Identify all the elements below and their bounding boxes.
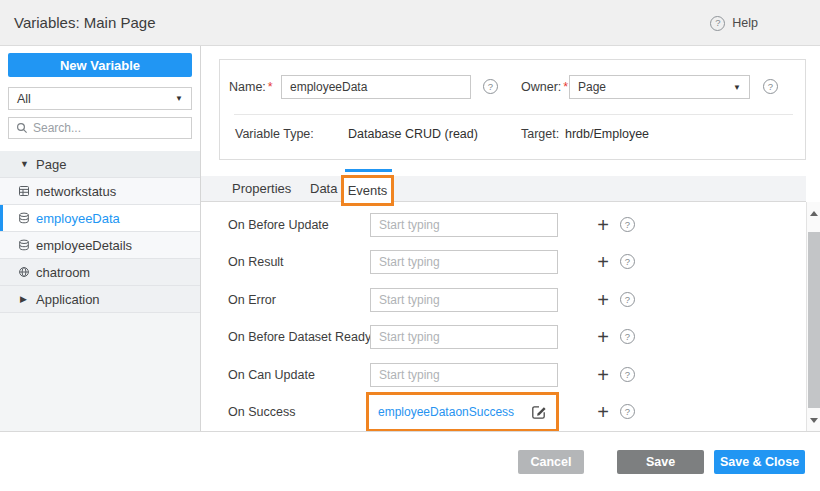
event-label: On Can Update <box>228 363 378 387</box>
on-before-dataset-ready-input[interactable] <box>370 325 558 349</box>
owner-select[interactable]: Page ▼ <box>569 75 750 99</box>
help-label: Help <box>732 16 758 30</box>
tree-item-networkstatus[interactable]: networkstatus <box>0 178 200 205</box>
on-result-input[interactable] <box>370 250 558 274</box>
owner-selected-value: Page <box>578 80 733 94</box>
caret-right-icon: ▶ <box>20 294 27 304</box>
target-label: Target: <box>521 122 559 146</box>
on-success-handler-link[interactable]: employeeDataonSuccess <box>378 405 530 419</box>
owner-label: Owner:* <box>521 75 568 99</box>
event-help-icon[interactable]: ? <box>620 329 635 344</box>
page-title: Variables: Main Page <box>14 0 155 46</box>
tree-item-employeedata[interactable]: employeeData <box>0 205 200 232</box>
help-button[interactable]: ? Help <box>710 15 758 31</box>
scroll-up-arrow[interactable] <box>807 206 820 220</box>
event-help-icon[interactable]: ? <box>620 292 635 307</box>
database-icon <box>18 212 30 224</box>
variables-sidebar: New Variable All ▼ ▼ Page networkstatus <box>0 46 201 431</box>
name-label: Name:* <box>229 75 273 99</box>
caret-down-icon: ▼ <box>20 159 29 169</box>
add-icon[interactable]: + <box>594 400 612 424</box>
variable-type-value: Database CRUD (read) <box>348 122 478 146</box>
required-marker: * <box>563 80 568 94</box>
globe-icon <box>18 266 30 278</box>
add-icon[interactable]: + <box>594 363 612 387</box>
tree-item-label: networkstatus <box>36 184 116 199</box>
search-input[interactable] <box>33 121 188 135</box>
target-value: hrdb/Employee <box>565 122 649 146</box>
tree-group-application[interactable]: ▶ Application <box>0 286 200 313</box>
variable-summary-box: Name:* ? Owner:* Page ▼ ? Variable Type:… <box>219 59 806 160</box>
tree-item-label: chatroom <box>36 265 90 280</box>
tab-events[interactable]: Events <box>341 175 394 206</box>
variables-dialog: Variables: Main Page ? Help New Variable… <box>0 0 820 491</box>
dialog-footer: Cancel Save Save & Close <box>0 431 820 491</box>
name-help-icon[interactable]: ? <box>483 79 498 94</box>
tree-item-chatroom[interactable]: chatroom <box>0 259 200 286</box>
name-field[interactable] <box>281 75 471 99</box>
on-before-update-input[interactable] <box>370 213 558 237</box>
event-label: On Before Dataset Ready <box>228 325 378 349</box>
add-icon[interactable]: + <box>594 213 612 237</box>
event-label: On Before Update <box>228 213 378 237</box>
help-icon: ? <box>710 16 725 31</box>
filter-selected-value: All <box>17 92 175 106</box>
scroll-down-arrow[interactable] <box>807 413 820 427</box>
tab-properties[interactable]: Properties <box>232 176 291 202</box>
tree-group-label: Application <box>36 292 100 307</box>
on-success-field-highlight: employeeDataonSuccess <box>366 392 559 432</box>
event-help-icon[interactable]: ? <box>620 217 635 232</box>
variable-filter-select[interactable]: All ▼ <box>8 87 192 110</box>
owner-help-icon[interactable]: ? <box>763 79 778 94</box>
event-help-icon[interactable]: ? <box>620 254 635 269</box>
event-label: On Result <box>228 250 378 274</box>
on-error-input[interactable] <box>370 288 558 312</box>
new-variable-button[interactable]: New Variable <box>8 53 192 77</box>
vertical-scrollbar <box>806 202 820 431</box>
tree-item-employeedetails[interactable]: employeeDetails <box>0 232 200 259</box>
search-icon <box>16 122 28 134</box>
selected-indicator <box>0 205 3 231</box>
event-help-icon[interactable]: ? <box>620 404 635 419</box>
required-marker: * <box>268 80 273 94</box>
variable-detail-panel: Name:* ? Owner:* Page ▼ ? Variable Type:… <box>201 46 820 431</box>
tree-item-label: employeeDetails <box>36 238 132 253</box>
event-help-icon[interactable]: ? <box>620 367 635 382</box>
save-and-close-button[interactable]: Save & Close <box>714 450 805 474</box>
database-icon <box>18 239 30 251</box>
tree-group-page[interactable]: ▼ Page <box>0 151 200 178</box>
event-label: On Error <box>228 288 378 312</box>
tree-item-label: employeeData <box>36 211 120 226</box>
add-icon[interactable]: + <box>594 250 612 274</box>
event-label: On Success <box>228 400 378 424</box>
variable-tree: ▼ Page networkstatus employeeData <box>0 151 200 431</box>
chevron-down-icon: ▼ <box>733 83 741 92</box>
dialog-header: Variables: Main Page ? Help <box>0 0 820 46</box>
cancel-button[interactable]: Cancel <box>518 450 584 474</box>
variable-search <box>8 117 192 139</box>
device-icon <box>18 185 30 197</box>
tab-data[interactable]: Data <box>310 176 337 202</box>
scrollbar-thumb[interactable] <box>808 232 820 408</box>
add-icon[interactable]: + <box>594 288 612 312</box>
save-button[interactable]: Save <box>617 450 704 474</box>
chevron-down-icon: ▼ <box>175 94 183 103</box>
active-tab-indicator <box>345 169 392 172</box>
edit-icon[interactable] <box>530 403 548 421</box>
tree-group-label: Page <box>36 157 66 172</box>
divider <box>234 114 793 115</box>
tab-bar: Properties Data Events <box>201 176 806 202</box>
on-can-update-input[interactable] <box>370 363 558 387</box>
variable-type-label: Variable Type: <box>235 122 314 146</box>
add-icon[interactable]: + <box>594 325 612 349</box>
